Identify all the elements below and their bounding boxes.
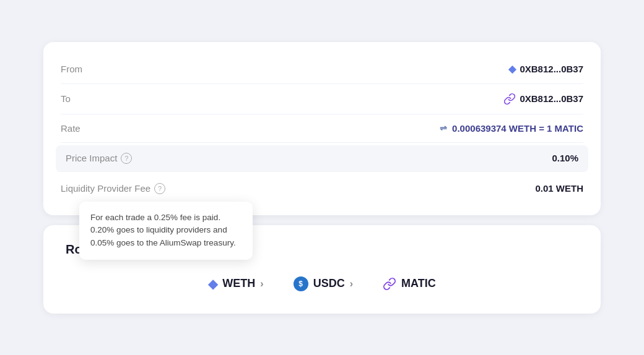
liquidity-fee-label: Liquidity Provider Fee ? For each trade … [61,183,165,194]
chain-icon-to [503,93,516,105]
price-impact-label: Price Impact ? [66,153,132,164]
swap-icon: ⇌ [440,123,447,133]
rate-label: Rate [61,123,80,134]
weth-icon: ◆ [208,276,217,291]
usdc-icon: $ [294,276,308,291]
matic-icon [383,277,396,291]
price-impact-value: 0.10% [552,153,578,163]
main-container: From ◆ 0XB812...0B37 To 0XB812...0B37 Ra… [43,42,601,314]
token-usdc: $ USDC › [294,276,353,291]
price-impact-help-icon[interactable]: ? [121,153,132,164]
to-label: To [61,93,71,104]
liquidity-fee-row: Liquidity Provider Fee ? For each trade … [61,174,583,203]
from-value: ◆ 0XB812...0B37 [508,63,583,75]
token-matic: MATIC [383,277,436,291]
from-label: From [61,64,82,74]
liquidity-fee-help-icon[interactable]: ? [154,183,165,194]
liquidity-fee-value: 0.01 WETH [535,183,583,194]
rate-value: ⇌ 0.000639374 WETH = 1 MATIC [440,123,583,134]
to-value: 0XB812...0B37 [503,93,583,105]
to-row: To 0XB812...0B37 [61,84,583,114]
from-row: From ◆ 0XB812...0B37 [61,54,583,84]
route-tokens: ◆ WETH › $ USDC › MATIC [66,276,578,291]
eth-icon: ◆ [508,63,516,75]
info-card: From ◆ 0XB812...0B37 To 0XB812...0B37 Ra… [43,42,601,215]
liquidity-fee-tooltip: For each trade a 0.25% fee is paid. 0.20… [79,202,253,260]
arrow-usdc-matic: › [350,278,353,289]
arrow-weth-usdc: › [260,278,263,289]
token-weth: ◆ WETH › [208,276,263,291]
rate-row: Rate ⇌ 0.000639374 WETH = 1 MATIC [61,114,583,143]
price-impact-row: Price Impact ? 0.10% [56,145,588,172]
